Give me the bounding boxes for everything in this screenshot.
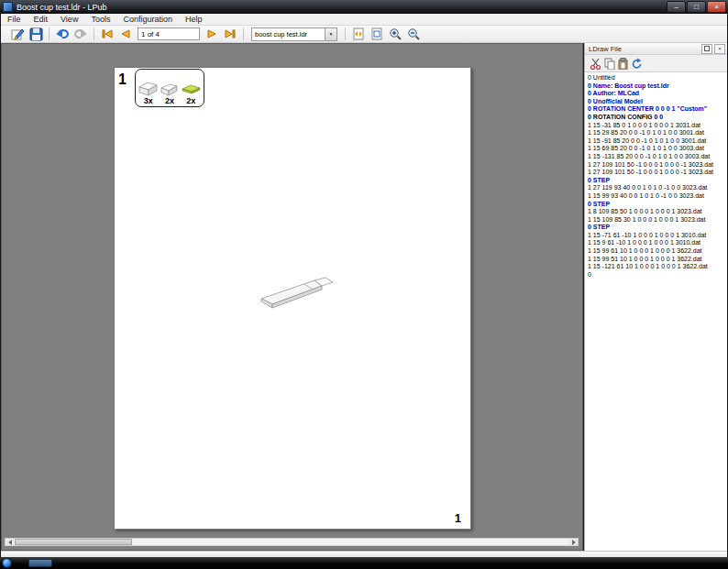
ldraw-line[interactable]: 1 15 99 61 10 1 0 0 0 1 0 0 0 1 3622.dat — [588, 247, 727, 256]
open-button[interactable] — [8, 27, 27, 42]
menu-tools[interactable]: Tools — [84, 14, 116, 25]
ldraw-line[interactable]: 0 ROTATION CONFIG 0 0 — [588, 114, 727, 122]
pli-item[interactable]: 2x — [181, 81, 202, 105]
step-assembly-image[interactable] — [259, 273, 335, 312]
fit-width-icon — [352, 27, 365, 40]
scroll-left-icon — [8, 540, 12, 545]
lime-plate-part-icon — [181, 81, 202, 96]
app-icon — [3, 2, 13, 12]
white-slope-part-icon — [159, 81, 180, 96]
zoom-out-icon — [407, 27, 421, 41]
maximize-button[interactable]: □ — [687, 1, 706, 13]
save-icon — [29, 27, 43, 41]
fit-window-icon — [370, 27, 383, 40]
dock-float-button[interactable] — [701, 44, 712, 54]
first-page-button[interactable] — [98, 27, 116, 42]
redo-button[interactable] — [72, 27, 90, 42]
fit-width-button[interactable] — [349, 27, 368, 42]
minimize-button[interactable]: – — [667, 1, 686, 13]
pli-quantity: 3x — [144, 96, 153, 105]
cut-icon — [590, 58, 601, 70]
refresh-icon — [631, 58, 643, 70]
paste-button[interactable] — [616, 57, 630, 71]
last-page-button[interactable] — [221, 27, 239, 42]
ldraw-file-content[interactable]: 0 Untitled 0 Name: Boost cup test.ldr 0 … — [585, 71, 727, 551]
ldraw-line[interactable]: 1 8 109 85 50 1 0 0 0 1 0 0 0 1 3023.dat — [588, 208, 727, 216]
dock-close-button[interactable]: × — [714, 44, 725, 54]
ldraw-line[interactable]: 1 15 29 85 20 0 0 -1 0 1 0 1 0 0 3001.da… — [588, 129, 727, 137]
ldraw-line[interactable]: 0 STEP — [588, 224, 727, 232]
ldraw-line[interactable]: 1 15 9 61 -10 1 0 0 0 1 0 0 0 1 3010.dat — [588, 239, 727, 247]
paste-icon — [617, 58, 629, 70]
window-titlebar[interactable]: Boost cup test.ldr - LPub – □ × — [0, 0, 728, 14]
ldraw-line[interactable]: 1 15 -121 61 10 1 0 0 0 1 0 0 0 1 3622.d… — [588, 263, 727, 271]
ldraw-line[interactable]: 1 27 109 101 50 -1 0 0 0 1 0 0 0 -1 3023… — [588, 169, 727, 177]
ldraw-line[interactable]: 0 Name: Boost cup test.ldr — [588, 82, 727, 91]
pli-item[interactable]: 3x — [138, 81, 159, 105]
ldraw-line[interactable]: 1 15 99 51 10 1 0 0 0 1 0 0 0 1 3622.dat — [588, 256, 727, 264]
menu-file[interactable]: File — [1, 14, 28, 25]
ldraw-line[interactable]: 0 — [588, 271, 727, 279]
close-button[interactable]: × — [707, 1, 726, 13]
ldraw-line[interactable]: 1 27 119 93 40 0 0 1 0 1 0 -1 0 0 3023.d… — [588, 184, 727, 192]
window-title: Boost cup test.ldr - LPub — [17, 3, 666, 12]
ldraw-line[interactable]: 0 STEP — [588, 177, 727, 185]
file-select[interactable]: boost cup test.ldr ▼ — [251, 27, 337, 41]
toolbar-separator — [94, 27, 94, 40]
scroll-left-button[interactable] — [6, 539, 14, 545]
copy-icon — [603, 58, 615, 70]
fit-window-button[interactable] — [368, 27, 386, 42]
prev-page-button[interactable] — [116, 27, 135, 42]
next-page-button[interactable] — [203, 27, 221, 42]
taskbar-app-button[interactable] — [28, 559, 52, 567]
zoom-in-button[interactable] — [386, 27, 404, 42]
pli-item[interactable]: 2x — [159, 81, 180, 105]
dock-titlebar[interactable]: LDraw File × — [585, 43, 727, 55]
menu-view[interactable]: View — [54, 14, 84, 25]
ldraw-line[interactable]: 1 15 109 85 30 1 0 0 0 1 0 0 0 1 3023.da… — [588, 216, 727, 224]
open-icon — [10, 27, 25, 41]
ldraw-line[interactable]: 1 15 -91 85 20 0 0 -1 0 1 0 1 0 0 3001.d… — [588, 137, 727, 146]
next-page-icon — [206, 28, 217, 39]
ldraw-line[interactable]: 1 15 -31 85 0 1 0 0 0 1 0 0 0 1 3031.dat — [588, 122, 727, 130]
scroll-right-button[interactable] — [569, 539, 578, 545]
cut-button[interactable] — [589, 57, 602, 71]
page-workspace[interactable]: 1 3x 2x — [1, 43, 583, 551]
refresh-button[interactable] — [630, 57, 644, 71]
ldraw-line[interactable]: 0 ROTATION CENTER 0 0 0 1 "Custom" — [588, 105, 727, 114]
scrollbar-track[interactable] — [132, 539, 569, 545]
undo-button[interactable] — [53, 27, 72, 42]
ldraw-line[interactable]: 0 Untitled — [588, 74, 727, 82]
step-number: 1 — [118, 71, 127, 88]
ldraw-line[interactable]: 0 Unofficial Model — [588, 98, 727, 106]
main-toolbar: boost cup test.ldr ▼ — [1, 26, 727, 43]
instruction-page[interactable]: 1 3x 2x — [114, 67, 471, 530]
chevron-down-icon[interactable]: ▼ — [325, 28, 336, 40]
menu-edit[interactable]: Edit — [28, 14, 55, 25]
copy-button[interactable] — [602, 57, 616, 71]
toolbar-separator — [49, 27, 50, 40]
horizontal-scrollbar[interactable] — [5, 538, 579, 546]
dock-title: LDraw File — [589, 45, 622, 53]
save-button[interactable] — [27, 27, 45, 42]
ldraw-line[interactable]: 1 15 69 85 20 0 0 -1 0 1 0 1 0 0 3003.da… — [588, 145, 727, 153]
zoom-out-button[interactable] — [404, 27, 423, 42]
ldraw-line[interactable]: 1 15 99 93 40 0 0 1 0 1 0 -1 0 0 3023.da… — [588, 192, 727, 201]
ldraw-line[interactable]: 1 15 -71 61 -10 1 0 0 0 1 0 0 0 1 3010.d… — [588, 232, 727, 240]
ldraw-line[interactable]: 0 STEP — [588, 201, 727, 209]
start-button[interactable] — [2, 558, 12, 568]
parts-list[interactable]: 3x 2x 2x — [135, 69, 204, 107]
ldraw-file-dock: LDraw File × — [584, 43, 727, 551]
scrollbar-thumb[interactable] — [15, 539, 132, 545]
page-indicator-input[interactable] — [138, 27, 200, 40]
menu-bar: File Edit View Tools Configuration Help — [1, 14, 727, 26]
menu-configuration[interactable]: Configuration — [116, 14, 179, 25]
pli-quantity: 2x — [165, 96, 174, 105]
menu-help[interactable]: Help — [179, 14, 209, 25]
ldraw-line[interactable]: 1 15 -131 85 20 0 0 -1 0 1 0 1 0 0 3003.… — [588, 153, 727, 161]
pli-quantity: 2x — [186, 96, 195, 105]
ldraw-line[interactable]: 1 27 109 101 50 -1 0 0 0 1 0 0 0 -1 3023… — [588, 161, 727, 170]
ldraw-line[interactable]: 0 Author: MLCad — [588, 90, 727, 98]
float-icon — [704, 46, 710, 51]
windows-taskbar[interactable] — [0, 557, 728, 569]
